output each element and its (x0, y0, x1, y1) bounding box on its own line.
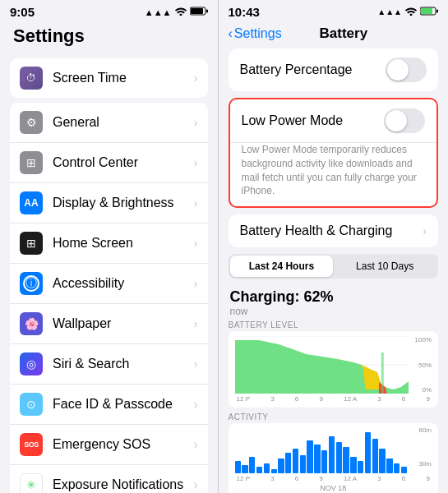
act-x-9: 9 (319, 475, 322, 482)
general-label: General (53, 115, 194, 130)
low-power-mode-group: Low Power Mode Low Power Mode temporaril… (229, 98, 438, 208)
act-x-3a: 3 (377, 475, 381, 482)
x-label-6: 6 (295, 395, 298, 403)
screen-time-icon: ⏱ (20, 67, 43, 90)
act-x-12p: 12 P (237, 475, 250, 482)
toggle-knob-lp (386, 110, 407, 131)
act-x-6: 6 (295, 475, 298, 482)
activity-bars-container (235, 428, 432, 473)
battery-health-label: Battery Health & Charging (240, 223, 393, 238)
act-bar (264, 463, 270, 473)
sidebar-item-home-screen[interactable]: ⊞ Home Screen › (10, 223, 208, 264)
page-title: Battery (282, 25, 405, 42)
signal-icon-right: ▲▲▲ (377, 7, 402, 16)
faceid-icon: ⊙ (20, 393, 43, 416)
wallpaper-label: Wallpaper (53, 316, 194, 331)
time-left: 9:05 (10, 5, 35, 19)
exposure-label: Exposure Notifications (53, 477, 194, 492)
chevron-icon: › (194, 317, 198, 330)
sidebar-item-general[interactable]: ⚙ General › (10, 103, 208, 143)
time-right: 10:43 (229, 5, 260, 19)
chevron-icon: › (194, 277, 198, 290)
right-panel: 10:43 ▲▲▲ ‹ Settings Battery Battery Per… (219, 0, 448, 493)
act-bar (379, 449, 385, 473)
activity-chart: 60m 30m 12 P 3 6 9 12 A 3 6 9 NOV 18 (229, 423, 438, 493)
settings-group-main: ⚙ General › ⊞ Control Center › AA Displa… (10, 103, 208, 493)
display-icon: AA (20, 191, 43, 214)
chevron-icon: › (194, 156, 198, 169)
act-bar (372, 439, 378, 473)
sos-label: Emergency SOS (53, 437, 194, 452)
segment-24h[interactable]: Last 24 Hours (230, 256, 334, 277)
settings-list: ⏱ Screen Time › ⚙ General › ⊞ Control Ce… (0, 53, 218, 493)
act-bar (336, 442, 342, 473)
chevron-icon: › (194, 237, 198, 250)
x-label-6a: 6 (402, 395, 405, 403)
chart-y-labels: 100% 50% 0% (410, 336, 432, 394)
act-bar (285, 453, 291, 473)
act-bar (307, 440, 312, 473)
control-center-icon: ⊞ (20, 151, 43, 174)
svg-rect-2 (206, 10, 208, 13)
sidebar-item-accessibility[interactable]: ⓘ Accessibility › (10, 264, 208, 304)
act-bar (278, 458, 284, 473)
sidebar-item-control-center[interactable]: ⊞ Control Center › (10, 143, 208, 183)
battery-chart-section: BATTERY LEVEL (219, 320, 448, 493)
act-bar (271, 469, 277, 473)
x-label-3a: 3 (377, 395, 381, 403)
act-bar (249, 457, 255, 473)
act-y-label-60m: 60m (418, 426, 432, 434)
back-button[interactable]: ‹ Settings (229, 26, 282, 41)
low-power-mode-toggle[interactable] (384, 108, 425, 133)
sidebar-item-exposure[interactable]: ✳ Exposure Notifications › (10, 465, 208, 493)
act-y-label-30m: 30m (418, 460, 432, 468)
act-bar (293, 449, 298, 473)
low-power-mode-label: Low Power Mode (242, 113, 344, 128)
faceid-label: Face ID & Passcode (53, 397, 194, 412)
battery-percentage-label: Battery Percentage (240, 62, 353, 77)
sidebar-item-siri[interactable]: ◎ Siri & Search › (10, 344, 208, 385)
x-label-12a: 12 A (344, 395, 357, 403)
exposure-icon: ✳ (20, 473, 43, 493)
battery-health-row[interactable]: Battery Health & Charging › (229, 214, 438, 247)
chevron-icon: › (194, 398, 198, 411)
battery-level-label: BATTERY LEVEL (229, 320, 438, 329)
accessibility-label: Accessibility (53, 276, 194, 291)
act-x-6a: 6 (402, 475, 405, 482)
act-bar (300, 455, 306, 473)
chevron-icon: › (194, 357, 198, 371)
chevron-icon: › (194, 478, 198, 491)
sidebar-item-faceid[interactable]: ⊙ Face ID & Passcode › (10, 385, 208, 425)
battery-icon-left (190, 7, 208, 17)
settings-group-top: ⏱ Screen Time › (10, 58, 208, 98)
sidebar-item-sos[interactable]: SOS Emergency SOS › (10, 425, 208, 465)
sidebar-item-screen-time[interactable]: ⏱ Screen Time › (10, 58, 208, 98)
x-label-9: 9 (319, 395, 322, 403)
toggle-knob (387, 59, 409, 81)
x-label-12p: 12 P (237, 395, 250, 403)
siri-label: Siri & Search (53, 357, 194, 371)
low-power-mode-row[interactable]: Low Power Mode (230, 99, 436, 143)
status-icons-left: ▲▲▲ (145, 7, 208, 17)
display-label: Display & Brightness (53, 196, 194, 210)
x-label-9a: 9 (426, 395, 429, 403)
status-bar-left: 9:05 ▲▲▲ (0, 0, 218, 22)
segment-control: Last 24 Hours Last 10 Days (229, 254, 438, 279)
wifi-icon-right (405, 7, 417, 17)
battery-percentage-toggle[interactable] (386, 58, 427, 82)
back-chevron-icon: ‹ (229, 26, 233, 41)
sidebar-item-display[interactable]: AA Display & Brightness › (10, 183, 208, 223)
svg-rect-13 (381, 352, 383, 394)
act-bar (329, 436, 335, 473)
sidebar-item-wallpaper[interactable]: 🌸 Wallpaper › (10, 304, 208, 344)
home-screen-icon: ⊞ (20, 232, 43, 255)
y-label-0: 0% (410, 386, 432, 394)
activity-x-labels: 12 P 3 6 9 12 A 3 6 9 (235, 475, 432, 482)
battery-percentage-row[interactable]: Battery Percentage (229, 48, 438, 91)
battery-nav-header: ‹ Settings Battery (219, 22, 448, 48)
segment-10d[interactable]: Last 10 Days (333, 256, 436, 277)
left-panel: 9:05 ▲▲▲ Settings ⏱ Screen Time › (0, 0, 218, 493)
act-bar (343, 447, 349, 473)
battery-percentage-group: Battery Percentage (229, 48, 438, 91)
wifi-icon-left (175, 7, 187, 17)
